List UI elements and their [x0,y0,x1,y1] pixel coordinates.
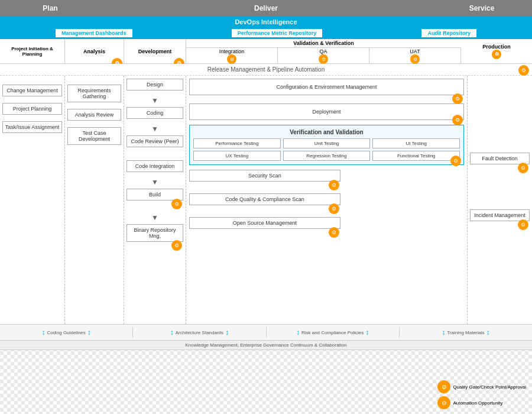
task-issue-box: Task/Issue Assignment [2,121,62,133]
os-gear-icon: ⚙ [329,227,339,238]
risk-policies-label: Risk and Compliance Policies [301,330,364,335]
arch-standards-label: Architecture Standards [176,330,223,335]
release-bar-text: Release Management & Pipeline Automation [207,66,325,73]
lc-production: Production ⚙ [461,39,532,63]
vv-sub: Integration ⚙ QA ⚙ UAT ⚙ [186,48,461,64]
plan-label: Plan [43,4,57,12]
lc-development: Development ⚙ [124,39,186,63]
change-management-box: Change Management [2,85,62,96]
code-integration-box: Code Integration [126,160,183,172]
code-quality-box: Code Quality & Compliance Scan [189,193,340,205]
coding-guidelines: ↕ Coding Guidelines ↕ [0,327,133,338]
analysis-column: Requirements Gathering Analysis Review T… [65,76,124,324]
integration-gear-icon: ⚙ [227,54,236,64]
perf-testing-item: Performance Testing [193,138,281,148]
functional-testing-item: Functional Testing [372,151,460,161]
requirements-box: Requirements Gathering [67,85,121,102]
as-arrow2-icon: ↕ [225,328,229,337]
analysis-review-box: Analysis Review [67,109,121,121]
standards-bar: ↕ Coding Guidelines ↕ ↕ Architecture Sta… [0,324,532,341]
vv-label: Validation & Verification [186,39,461,48]
service-column: Fault Detection ⚙ Incident Management ⚙ [467,76,532,324]
project-planning-box: Project Planning [2,103,62,115]
build-gear-icon: ⚙ [171,199,182,209]
design-arrow: ▼ [126,97,183,104]
project-label: Project Initiation & Planning [1,46,63,57]
vv-text: Validation & Verification [293,40,354,46]
km-bar: Knowledge Management, Enterprise Governa… [0,341,532,350]
coding-arrow: ▼ [126,125,183,132]
integration-label: Integration [219,48,245,54]
rp-arrow-icon: ↕ [296,328,300,337]
devops-section: DevOps Intelligence Management Dashboard… [0,17,532,39]
quality-icon: ⚙ [437,380,450,393]
open-source-box: Open Source Management [189,217,340,229]
deployment-box: Deployment [189,104,464,120]
testcase-dev-box: Test Case Development [67,127,121,145]
development-column: Design ▼ Coding ▼ Code Review (Peer) Cod… [124,76,186,324]
ux-testing-item: UX Testing [193,151,281,161]
qa-label: QA [319,48,327,54]
release-gear-icon: ⚙ [518,65,529,76]
production-label: Production [482,44,511,50]
cg-arrow2-icon: ↕ [87,328,91,337]
deliver-arrow [432,0,442,17]
vv-gear-icon: ⚙ [450,156,461,166]
automation-legend: ⚙ Automation Opportunity [437,396,526,409]
devops-bar: DevOps Intelligence [0,17,532,27]
lc-qa: QA ⚙ [278,48,369,64]
binary-repo-box: Binary Repository Mng. [126,224,183,242]
phase-deliver: Deliver [100,0,432,17]
mgmt-dash: Management Dashboards [55,28,133,38]
vv-box: Verification and Validation Performance … [189,125,464,165]
service-label: Service [469,4,495,12]
uat-gear-icon: ⚙ [410,54,420,64]
content-area: Change Management Project Planning Task/… [0,76,532,324]
cg-arrow-icon: ↕ [41,328,45,337]
automation-icon: ⚙ [437,396,450,409]
security-gear-icon: ⚙ [329,180,339,190]
config-gear-icon: ⚙ [452,93,463,104]
config-env-box: Configuration & Environment Management [189,79,464,95]
coding-box: Coding [126,107,183,119]
rp-arrow2-icon: ↕ [365,328,369,337]
phase-bar: Plan Deliver Service [0,0,532,17]
main-container: Plan Deliver Service DevOps Intelligence… [0,0,532,414]
lc-vv: Validation & Verification Integration ⚙ … [186,39,461,63]
plan-arrow [100,0,111,17]
code-review-box: Code Review (Peer) [126,135,183,147]
binary-gear-icon: ⚙ [171,240,182,251]
phase-service: Service [432,0,532,17]
legend: ⚙ Quality Gate/Check Point/Approval ⚙ Au… [437,379,526,409]
config-deploy-row: Configuration & Environment Management ⚙ [189,79,464,99]
regression-testing-item: Regression Testing [283,151,371,161]
as-arrow-icon: ↕ [170,328,174,337]
scan-column: Security Scan ⚙ Code Quality & Complianc… [189,170,340,232]
deployment-row: Deployment ⚙ [189,104,464,120]
project-column: Change Management Project Planning Task/… [0,76,65,324]
devops-title: DevOps Intelligence [235,18,297,25]
quality-label: Quality Gate/Check Point/Approval [453,384,526,390]
qa-gear-icon: ⚙ [319,54,328,64]
risk-policies: ↕ Risk and Compliance Policies ↕ [267,327,400,338]
production-gear-icon: ⚙ [492,50,501,59]
vv-box-title: Verification and Validation [193,129,460,135]
audit-repo: Audit Repository [421,28,477,38]
arch-standards: ↕ Architecture Standards ↕ [133,327,266,338]
devops-sub-bar: Management Dashboards Performance Metric… [0,27,532,39]
incident-gear-icon: ⚙ [518,219,528,230]
automation-label: Automation Opportunity [453,400,502,406]
development-label: Development [138,48,172,54]
phase-plan: Plan [0,0,100,17]
coding-guidelines-label: Coding Guidelines [47,330,85,335]
quality-legend: ⚙ Quality Gate/Check Point/Approval [437,380,526,393]
tm-arrow2-icon: ↕ [486,328,490,337]
build-arrow: ▼ [126,214,183,221]
vv-grid-row2: UX Testing Regression Testing Functional… [193,151,460,161]
analysis-label: Analysis [83,48,105,54]
security-scan-box: Security Scan [189,170,340,182]
vv-grid-row1: Performance Testing Unit Testing UI Test… [193,138,460,148]
perf-metric: Performance Metric Repository [231,28,323,38]
lc-project: Project Initiation & Planning [0,39,65,63]
uat-label: UAT [410,48,420,54]
